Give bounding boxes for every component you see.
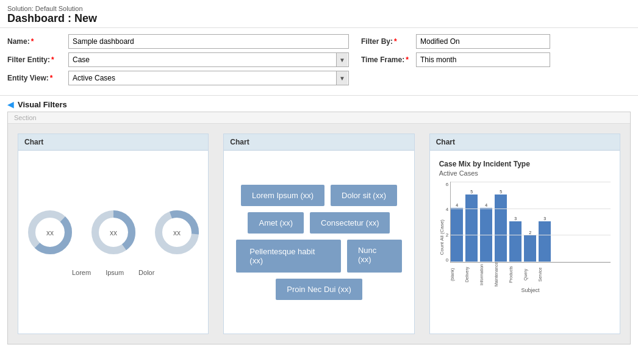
page-title: Dashboard : New (7, 12, 631, 25)
time-frame-label: Time Frame:* (361, 55, 416, 64)
chart2-body: Lorem Ipsum (xx) Dolor sit (xx) Amet (xx… (224, 151, 414, 334)
bar-delivery (465, 194, 478, 262)
y-labels: 6 4 2 0 (446, 182, 450, 288)
entity-view-select-wrapper: Active Cases ▼ (68, 71, 349, 85)
bar-col-query: 2 (524, 230, 536, 262)
y-axis-title: Count All (Case) (439, 219, 445, 255)
bar-information (480, 208, 492, 262)
tag-row-4: Proin Nec Dui (xx) (276, 279, 362, 300)
gridline-6 (451, 182, 611, 182)
tag-lorem-ipsum[interactable]: Lorem Ipsum (xx) (241, 185, 324, 206)
bar-col-blank: 4 (451, 203, 463, 262)
bar-chart: Case Mix by Incident Type Active Cases C… (436, 157, 614, 296)
bar-col-service: 3 (539, 216, 551, 262)
form-right: Filter By:* Time Frame:* (361, 34, 631, 71)
filter-entity-select[interactable]: Case (68, 52, 349, 67)
tag-amet[interactable]: Amet (xx) (248, 212, 304, 234)
bar-maintenance (495, 194, 507, 262)
filter-by-label: Filter By:* (361, 37, 416, 46)
donut-item-2: xx (89, 208, 138, 257)
donut-label-1: Lorem (72, 269, 91, 276)
tag-dolor-sit[interactable]: Dolor sit (xx) (331, 185, 397, 206)
tag-proin[interactable]: Proin Nec Dui (xx) (276, 279, 362, 300)
visual-filters-header: ◀ Visual Filters (7, 96, 631, 112)
donut-chart-2: xx (89, 208, 138, 257)
time-frame-input[interactable] (416, 52, 550, 67)
section-label: Section (8, 112, 630, 124)
bar-service (539, 221, 551, 262)
bar-value-service: 3 (543, 216, 546, 221)
tag-row-2: Amet (xx) Consectetur (xx) (248, 212, 390, 234)
entity-view-select[interactable]: Active Cases (68, 71, 349, 85)
chart3-body: Case Mix by Incident Type Active Cases C… (430, 151, 620, 334)
tag-nunc[interactable]: Nunc (xx) (347, 240, 402, 273)
x-label-query: Query (523, 263, 536, 286)
donut-label-3: Dolor (138, 269, 154, 276)
bar-chart-subtitle: Active Cases (439, 170, 611, 177)
filter-entity-row: Filter Entity:* Case ▼ (7, 52, 349, 67)
bar-blank (451, 208, 463, 262)
tag-row-3: Pellentesque habit (xx) Nunc (xx) (236, 240, 401, 273)
bar-chart-title: Case Mix by Incident Type (439, 160, 611, 168)
solution-label: Solution: Default Solution (7, 5, 631, 12)
svg-text:xx: xx (173, 229, 181, 237)
donut-container: xx xx (24, 208, 202, 276)
donut-label-2: Ipsum (106, 269, 124, 276)
bar-value-maintenance: 5 (500, 190, 502, 194)
chart2-header: Chart (224, 134, 414, 151)
form-left: Name:* Filter Entity:* Case ▼ Entity Vie… (7, 34, 349, 89)
time-frame-row: Time Frame:* (361, 52, 631, 67)
bar-query (524, 235, 536, 262)
x-axis-title: Subject (450, 287, 611, 293)
collapse-icon[interactable]: ◀ (7, 99, 14, 109)
x-labels: (blank) Delivery Information Maintenance… (450, 263, 611, 286)
donut-chart-3: xx (152, 208, 201, 257)
chart-panel-2: Chart Lorem Ipsum (xx) Dolor sit (xx) Am… (223, 134, 414, 334)
form-section: Name:* Filter Entity:* Case ▼ Entity Vie… (0, 28, 638, 96)
tag-pellentesque[interactable]: Pellentesque habit (xx) (236, 240, 341, 273)
chart3-header: Chart (430, 134, 620, 151)
bar-products (509, 221, 522, 262)
bar-value-query: 2 (529, 230, 531, 235)
bar-value-blank: 4 (456, 203, 458, 207)
x-label-service: Service (538, 263, 550, 286)
x-label-products: Products (509, 263, 521, 286)
tag-row-1: Lorem Ipsum (xx) Dolor sit (xx) (241, 185, 397, 206)
filter-entity-select-wrapper: Case ▼ (68, 52, 349, 67)
filter-by-input[interactable] (416, 34, 550, 49)
name-row: Name:* (7, 34, 349, 49)
bars-wrapper: 4 5 (450, 182, 611, 293)
bar-value-products: 3 (514, 216, 517, 221)
bar-value-delivery: 5 (470, 190, 473, 194)
name-input[interactable] (68, 34, 349, 49)
filter-entity-label: Filter Entity:* (7, 55, 68, 64)
visual-filters-section: ◀ Visual Filters Section Chart (7, 96, 631, 344)
chart-panel-1: Chart xx (18, 134, 209, 334)
donuts-row: xx xx (26, 208, 201, 257)
chart1-header: Chart (18, 134, 208, 151)
panels-row: Chart xx (8, 124, 630, 344)
x-label-information: Information (479, 263, 492, 286)
tag-cloud: Lorem Ipsum (xx) Dolor sit (xx) Amet (xx… (230, 179, 407, 306)
y-label-2: 2 (446, 232, 448, 238)
charts-outer: Section Chart xx (7, 112, 631, 344)
donut-chart-1: xx (26, 208, 74, 257)
donut-labels-row: Lorem Ipsum Dolor (72, 269, 154, 276)
entity-view-row: Entity View:* Active Cases ▼ (7, 71, 349, 85)
donut-item-1: xx (26, 208, 74, 257)
visual-filters-title: Visual Filters (18, 100, 67, 109)
svg-text:xx: xx (110, 229, 117, 237)
name-label: Name:* (7, 37, 68, 46)
bars-area: 4 5 (450, 182, 611, 263)
chart1-body: xx xx (18, 151, 208, 334)
x-label-delivery: Delivery (465, 263, 477, 286)
y-label-0: 0 (446, 257, 448, 263)
bar-col-products: 3 (509, 216, 522, 262)
bar-col-delivery: 5 (465, 190, 478, 262)
entity-view-label: Entity View:* (7, 74, 68, 82)
bar-col-information: 4 (480, 203, 492, 262)
tag-consectetur[interactable]: Consectetur (xx) (310, 212, 390, 234)
bar-col-maintenance: 5 (495, 190, 507, 262)
filter-by-row: Filter By:* (361, 34, 631, 49)
y-axis-title-wrapper: Count All (Case) (439, 182, 445, 293)
